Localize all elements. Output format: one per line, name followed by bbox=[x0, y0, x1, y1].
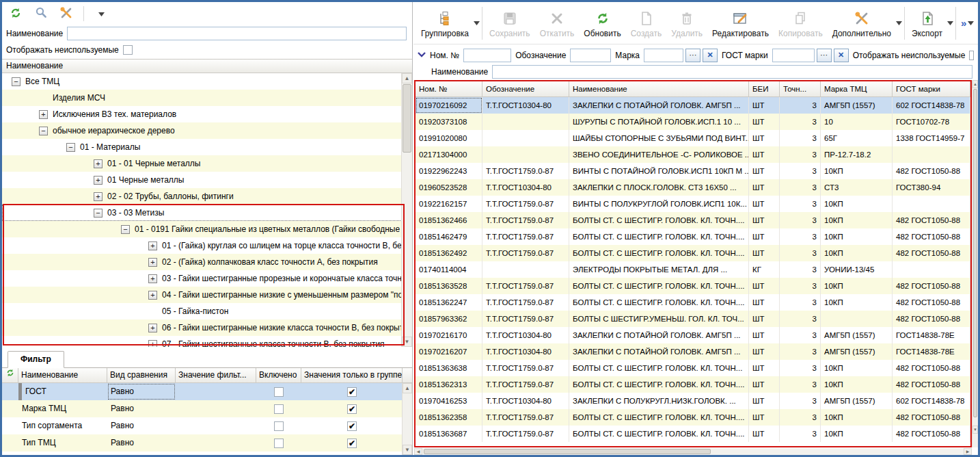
tree-row[interactable]: +02 - (Гайка) колпачковая класс точности… bbox=[2, 254, 412, 270]
table-cell[interactable]: 482 ГОСТ1050-88 bbox=[893, 426, 970, 442]
collapse-icon[interactable]: − bbox=[94, 209, 103, 218]
comparison-cell[interactable]: Равно bbox=[107, 383, 176, 400]
table-cell[interactable]: 01851362492 bbox=[416, 245, 482, 261]
gost-marki-ellipsis-button[interactable]: ⋯ bbox=[817, 49, 832, 62]
table-cell[interactable]: 3 bbox=[780, 376, 821, 393]
filter-row[interactable]: Марка ТМЦРавно bbox=[2, 400, 412, 417]
table-cell[interactable]: Т.Т.ГОСТ1759.0-87 bbox=[482, 426, 569, 442]
tree-row[interactable]: −01 - 0191 Гайки специальные из цветных … bbox=[2, 221, 412, 237]
table-row[interactable]: 01851462479Т.Т.ГОСТ1759.0-87БОЛТЫ СТ. С … bbox=[416, 228, 970, 245]
scroll-up-button[interactable]: ▲ bbox=[972, 80, 978, 88]
table-cell[interactable]: БОЛТЫ СТ. С ШЕСТИГР. ГОЛОВК. КЛ. ТОЧН...… bbox=[569, 278, 749, 294]
scroll-right-button[interactable]: ▶ bbox=[964, 448, 972, 455]
table-cell[interactable]: Т.Т.ГОСТ10304-80 bbox=[482, 393, 569, 409]
group-only-checkbox[interactable] bbox=[347, 404, 357, 414]
column-header[interactable]: Марка ТМЦ bbox=[821, 81, 893, 96]
table-cell[interactable]: 10КП bbox=[821, 212, 893, 228]
table-cell[interactable]: Т.Т.ГОСТ1759.0-87 bbox=[482, 278, 569, 294]
table-cell[interactable]: 482 ГОСТ1050-88 bbox=[893, 245, 970, 261]
filter-tab[interactable]: Фильтр bbox=[8, 351, 64, 368]
table-cell[interactable]: 3 bbox=[780, 228, 821, 245]
table-cell[interactable]: БОЛТЫ СТ. С ШЕСТИГР. ГОЛОВК. КЛ. ТОЧН...… bbox=[569, 376, 749, 393]
marka-input[interactable] bbox=[644, 49, 683, 62]
table-cell[interactable]: УОНИИ-13/45 bbox=[821, 261, 893, 278]
table-cell[interactable]: 10КП bbox=[821, 245, 893, 261]
table-cell[interactable]: 01851362358 bbox=[416, 409, 482, 426]
table-cell[interactable]: 10КП bbox=[821, 278, 893, 294]
table-cell[interactable]: ШТ bbox=[749, 163, 780, 179]
naimenovanie-input[interactable] bbox=[492, 65, 972, 79]
table-cell[interactable]: Т.Т.ГОСТ1759.0-87 bbox=[482, 360, 569, 376]
table-cell[interactable] bbox=[482, 114, 569, 130]
table-cell[interactable]: ЭЛЕКТРОДЫ ПОКРЫТЫЕ МЕТАЛ. ДЛЯ ... bbox=[569, 261, 749, 278]
refresh-button[interactable]: Обновить bbox=[579, 4, 625, 42]
table-cell[interactable]: ПР-12.7-18.2 bbox=[821, 146, 893, 163]
marka-ellipsis-button[interactable]: ⋯ bbox=[685, 49, 700, 62]
table-cell[interactable]: 482 ГОСТ1050-88 bbox=[893, 163, 970, 179]
table-cell[interactable]: Т.Т.ГОСТ1759.0-87 bbox=[482, 409, 569, 426]
scroll-up-button[interactable]: ▲ bbox=[403, 383, 412, 393]
enabled-checkbox[interactable] bbox=[274, 439, 284, 448]
table-cell[interactable]: Т.Т.ГОСТ1759.0-87 bbox=[482, 294, 569, 311]
tree-row[interactable]: +01 - (Гайка) круглая со шлицем на торце… bbox=[2, 237, 412, 254]
expand-icon[interactable]: + bbox=[148, 324, 157, 332]
tree-row[interactable]: +04 - Гайки шестигранные низкие с уменьш… bbox=[2, 287, 412, 303]
table-cell[interactable]: 10КП bbox=[821, 294, 893, 311]
edit-button[interactable]: Редактировать bbox=[707, 4, 774, 42]
table-cell[interactable]: 482 ГОСТ1050-88 bbox=[893, 409, 970, 426]
table-cell[interactable]: ГОСТ14838-78Е bbox=[893, 343, 970, 360]
column-header[interactable]: Наименование bbox=[569, 81, 749, 96]
table-vertical-scrollbar[interactable]: ▲ ▼ bbox=[972, 80, 978, 447]
table-cell[interactable]: ШТ bbox=[749, 409, 780, 426]
table-row[interactable]: 01851362247Т.Т.ГОСТ1759.0-87БОЛТЫ СТ. С … bbox=[416, 294, 970, 311]
expand-icon[interactable]: + bbox=[94, 192, 103, 201]
table-cell[interactable]: 482 ГОСТ1050-88 bbox=[893, 360, 970, 376]
filter-name-cell[interactable]: Марка ТМЦ bbox=[18, 400, 107, 417]
table-cell[interactable]: Т.Т.ГОСТ10304-80 bbox=[482, 343, 569, 360]
table-cell[interactable] bbox=[821, 311, 893, 327]
table-cell[interactable] bbox=[893, 146, 970, 163]
more-button[interactable]: Дополнительно bbox=[828, 4, 896, 42]
table-cell[interactable]: Т.Т.ГОСТ1759.0-87 bbox=[482, 196, 569, 212]
expand-icon[interactable]: + bbox=[148, 340, 157, 348]
table-cell[interactable]: АМГ5П (1557) bbox=[821, 97, 893, 114]
refresh-button[interactable] bbox=[8, 5, 24, 22]
tree-row[interactable]: +03 - Гайки шестигранные прорезные и кор… bbox=[2, 270, 412, 287]
filter-row[interactable]: Тип сортаментаРавно bbox=[2, 417, 412, 434]
tree-row[interactable]: +Исключения В3 тех. материалов bbox=[2, 106, 412, 122]
comparison-cell[interactable]: Равно bbox=[107, 400, 176, 417]
column-header[interactable]: ГОСТ марки bbox=[893, 81, 970, 96]
column-header[interactable]: Значения только в группе bbox=[301, 368, 403, 382]
collapse-icon[interactable]: − bbox=[39, 127, 48, 135]
table-cell[interactable]: Т.Т.ГОСТ10304-80 bbox=[482, 97, 569, 114]
table-cell[interactable]: ГОСТ10702-78 bbox=[893, 114, 970, 130]
table-cell[interactable]: ШТ bbox=[749, 196, 780, 212]
table-cell[interactable]: 3 bbox=[780, 311, 821, 327]
table-cell[interactable]: 1338 ГОСТ14959-7 bbox=[893, 130, 970, 146]
table-cell[interactable]: ЗАКЛЕПКИ С ПОТАЙНОЙ ГОЛОВК. АМГ5П ... bbox=[569, 97, 749, 114]
table-row[interactable]: 01851362313Т.Т.ГОСТ1759.0-87БОЛТЫ СТ. С … bbox=[416, 376, 970, 393]
comparison-cell[interactable]: Равно bbox=[107, 417, 176, 434]
table-cell[interactable]: 3 bbox=[780, 196, 821, 212]
collapse-icon[interactable]: − bbox=[12, 77, 21, 86]
expand-icon[interactable]: + bbox=[94, 176, 103, 185]
name-filter-input[interactable] bbox=[67, 27, 407, 40]
table-cell[interactable]: Т.Т.ГОСТ1759.0-87 bbox=[482, 163, 569, 179]
table-row[interactable]: 01851362492Т.Т.ГОСТ1759.0-87БОЛТЫ СТ. С … bbox=[416, 245, 970, 261]
table-cell[interactable]: 10 bbox=[821, 114, 893, 130]
table-cell[interactable]: 01922162157 bbox=[416, 196, 482, 212]
expand-icon[interactable]: + bbox=[148, 274, 157, 283]
tools-button[interactable] bbox=[58, 5, 74, 22]
table-row[interactable]: 01851362466Т.Т.ГОСТ1759.0-87БОЛТЫ СТ. С … bbox=[416, 212, 970, 228]
table-cell[interactable]: 01851362466 bbox=[416, 212, 482, 228]
table-cell[interactable]: 482 ГОСТ1050-88 bbox=[893, 228, 970, 245]
table-cell[interactable]: БОЛТЫ СТ. С ШЕСТИГР. ГОЛОВК. КЛ. ТОЧН...… bbox=[569, 294, 749, 311]
table-cell[interactable]: 3 bbox=[780, 327, 821, 343]
table-cell[interactable]: 3 bbox=[780, 393, 821, 409]
table-cell[interactable]: Т.Т.ГОСТ10304-80 bbox=[482, 327, 569, 343]
table-cell[interactable]: 01970216170 bbox=[416, 327, 482, 343]
table-cell[interactable]: 65Г bbox=[821, 130, 893, 146]
table-cell[interactable]: ЗВЕНО СОЕДИНИТЕЛЬНОЕ -С- РОЛИКОВОЕ ... bbox=[569, 146, 749, 163]
table-cell[interactable]: 3 bbox=[780, 360, 821, 376]
nom-no-input[interactable] bbox=[463, 49, 511, 62]
